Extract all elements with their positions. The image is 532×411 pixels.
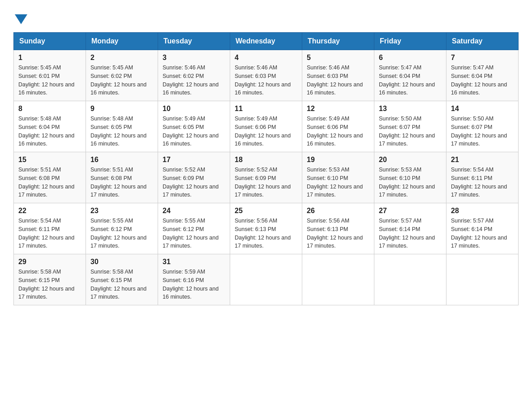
calendar-cell: 4 Sunrise: 5:46 AMSunset: 6:03 PMDayligh… [230, 50, 302, 101]
calendar-cell: 7 Sunrise: 5:47 AMSunset: 6:04 PMDayligh… [446, 50, 519, 101]
day-number: 2 [90, 54, 153, 62]
day-info: Sunrise: 5:53 AMSunset: 6:10 PMDaylight:… [307, 166, 369, 199]
calendar-week-row: 29 Sunrise: 5:58 AMSunset: 6:15 PMDaylig… [14, 254, 519, 305]
day-number: 23 [90, 207, 153, 215]
calendar-cell: 16 Sunrise: 5:51 AMSunset: 6:08 PMDaylig… [86, 152, 158, 203]
calendar-cell: 28 Sunrise: 5:57 AMSunset: 6:14 PMDaylig… [446, 203, 519, 254]
calendar-cell [374, 254, 446, 305]
calendar-cell [230, 254, 302, 305]
calendar-week-row: 1 Sunrise: 5:45 AMSunset: 6:01 PMDayligh… [14, 50, 519, 101]
day-number: 6 [379, 54, 442, 62]
day-info: Sunrise: 5:55 AMSunset: 6:12 PMDaylight:… [163, 217, 225, 250]
calendar-cell: 21 Sunrise: 5:54 AMSunset: 6:11 PMDaylig… [446, 152, 519, 203]
day-info: Sunrise: 5:49 AMSunset: 6:06 PMDaylight:… [307, 115, 369, 148]
day-info: Sunrise: 5:54 AMSunset: 6:11 PMDaylight:… [18, 217, 81, 250]
calendar-week-row: 8 Sunrise: 5:48 AMSunset: 6:04 PMDayligh… [14, 101, 519, 152]
calendar-cell: 9 Sunrise: 5:48 AMSunset: 6:05 PMDayligh… [86, 101, 158, 152]
day-number: 1 [18, 54, 81, 62]
day-number: 4 [235, 54, 297, 62]
calendar-cell: 14 Sunrise: 5:50 AMSunset: 6:07 PMDaylig… [446, 101, 519, 152]
day-info: Sunrise: 5:55 AMSunset: 6:12 PMDaylight:… [90, 217, 153, 250]
calendar-cell: 12 Sunrise: 5:49 AMSunset: 6:06 PMDaylig… [302, 101, 374, 152]
day-info: Sunrise: 5:48 AMSunset: 6:05 PMDaylight:… [90, 115, 153, 148]
day-number: 9 [90, 105, 153, 113]
day-info: Sunrise: 5:45 AMSunset: 6:02 PMDaylight:… [90, 64, 153, 97]
calendar-cell: 13 Sunrise: 5:50 AMSunset: 6:07 PMDaylig… [374, 101, 446, 152]
calendar-cell: 22 Sunrise: 5:54 AMSunset: 6:11 PMDaylig… [14, 203, 86, 254]
day-info: Sunrise: 5:49 AMSunset: 6:05 PMDaylight:… [163, 115, 225, 148]
day-info: Sunrise: 5:47 AMSunset: 6:04 PMDaylight:… [451, 64, 514, 97]
day-info: Sunrise: 5:46 AMSunset: 6:03 PMDaylight:… [235, 64, 297, 97]
calendar-cell: 3 Sunrise: 5:46 AMSunset: 6:02 PMDayligh… [158, 50, 230, 101]
header-cell-saturday: Saturday [446, 33, 519, 50]
calendar-cell: 26 Sunrise: 5:56 AMSunset: 6:13 PMDaylig… [302, 203, 374, 254]
header-cell-tuesday: Tuesday [158, 33, 230, 50]
day-number: 13 [379, 105, 442, 113]
day-info: Sunrise: 5:56 AMSunset: 6:13 PMDaylight:… [235, 217, 297, 250]
day-number: 14 [451, 105, 514, 113]
day-number: 3 [163, 54, 225, 62]
calendar-header: SundayMondayTuesdayWednesdayThursdayFrid… [14, 33, 519, 50]
calendar-cell: 2 Sunrise: 5:45 AMSunset: 6:02 PMDayligh… [86, 50, 158, 101]
day-info: Sunrise: 5:46 AMSunset: 6:02 PMDaylight:… [163, 64, 225, 97]
calendar-cell: 23 Sunrise: 5:55 AMSunset: 6:12 PMDaylig… [86, 203, 158, 254]
day-info: Sunrise: 5:52 AMSunset: 6:09 PMDaylight:… [163, 166, 225, 199]
header-cell-wednesday: Wednesday [230, 33, 302, 50]
calendar-body: 1 Sunrise: 5:45 AMSunset: 6:01 PMDayligh… [14, 50, 519, 305]
day-info: Sunrise: 5:49 AMSunset: 6:06 PMDaylight:… [235, 115, 297, 148]
header-cell-friday: Friday [374, 33, 446, 50]
page-header [13, 9, 519, 24]
day-info: Sunrise: 5:51 AMSunset: 6:08 PMDaylight:… [18, 166, 81, 199]
calendar-cell: 30 Sunrise: 5:58 AMSunset: 6:15 PMDaylig… [86, 254, 158, 305]
day-info: Sunrise: 5:47 AMSunset: 6:04 PMDaylight:… [379, 64, 442, 97]
day-info: Sunrise: 5:57 AMSunset: 6:14 PMDaylight:… [379, 217, 442, 250]
day-info: Sunrise: 5:50 AMSunset: 6:07 PMDaylight:… [379, 115, 442, 148]
day-number: 5 [307, 54, 369, 62]
day-info: Sunrise: 5:57 AMSunset: 6:14 PMDaylight:… [451, 217, 514, 250]
calendar-week-row: 15 Sunrise: 5:51 AMSunset: 6:08 PMDaylig… [14, 152, 519, 203]
day-info: Sunrise: 5:58 AMSunset: 6:15 PMDaylight:… [18, 268, 81, 301]
calendar-cell: 5 Sunrise: 5:46 AMSunset: 6:03 PMDayligh… [302, 50, 374, 101]
day-number: 29 [18, 258, 81, 266]
day-info: Sunrise: 5:58 AMSunset: 6:15 PMDaylight:… [90, 268, 153, 301]
day-number: 19 [307, 156, 369, 164]
day-number: 8 [18, 105, 81, 113]
day-number: 17 [163, 156, 225, 164]
calendar-cell: 6 Sunrise: 5:47 AMSunset: 6:04 PMDayligh… [374, 50, 446, 101]
calendar-cell: 31 Sunrise: 5:59 AMSunset: 6:16 PMDaylig… [158, 254, 230, 305]
day-info: Sunrise: 5:52 AMSunset: 6:09 PMDaylight:… [235, 166, 297, 199]
day-number: 7 [451, 54, 514, 62]
calendar-table: SundayMondayTuesdayWednesdayThursdayFrid… [13, 32, 519, 305]
logo [13, 13, 27, 24]
calendar-cell: 8 Sunrise: 5:48 AMSunset: 6:04 PMDayligh… [14, 101, 86, 152]
day-number: 16 [90, 156, 153, 164]
day-number: 15 [18, 156, 81, 164]
day-info: Sunrise: 5:56 AMSunset: 6:13 PMDaylight:… [307, 217, 369, 250]
header-cell-monday: Monday [86, 33, 158, 50]
day-info: Sunrise: 5:45 AMSunset: 6:01 PMDaylight:… [18, 64, 81, 97]
day-number: 22 [18, 207, 81, 215]
logo-triangle-icon [15, 14, 27, 24]
day-info: Sunrise: 5:51 AMSunset: 6:08 PMDaylight:… [90, 166, 153, 199]
calendar-week-row: 22 Sunrise: 5:54 AMSunset: 6:11 PMDaylig… [14, 203, 519, 254]
calendar-cell: 1 Sunrise: 5:45 AMSunset: 6:01 PMDayligh… [14, 50, 86, 101]
day-number: 28 [451, 207, 514, 215]
day-info: Sunrise: 5:46 AMSunset: 6:03 PMDaylight:… [307, 64, 369, 97]
day-info: Sunrise: 5:53 AMSunset: 6:10 PMDaylight:… [379, 166, 442, 199]
calendar-cell: 18 Sunrise: 5:52 AMSunset: 6:09 PMDaylig… [230, 152, 302, 203]
calendar-cell: 24 Sunrise: 5:55 AMSunset: 6:12 PMDaylig… [158, 203, 230, 254]
day-number: 30 [90, 258, 153, 266]
day-info: Sunrise: 5:50 AMSunset: 6:07 PMDaylight:… [451, 115, 514, 148]
calendar-cell: 17 Sunrise: 5:52 AMSunset: 6:09 PMDaylig… [158, 152, 230, 203]
header-cell-thursday: Thursday [302, 33, 374, 50]
day-number: 25 [235, 207, 297, 215]
day-number: 26 [307, 207, 369, 215]
day-number: 27 [379, 207, 442, 215]
header-cell-sunday: Sunday [14, 33, 86, 50]
day-number: 24 [163, 207, 225, 215]
day-number: 31 [163, 258, 225, 266]
day-number: 21 [451, 156, 514, 164]
calendar-cell [446, 254, 519, 305]
calendar-cell: 20 Sunrise: 5:53 AMSunset: 6:10 PMDaylig… [374, 152, 446, 203]
calendar-cell: 15 Sunrise: 5:51 AMSunset: 6:08 PMDaylig… [14, 152, 86, 203]
